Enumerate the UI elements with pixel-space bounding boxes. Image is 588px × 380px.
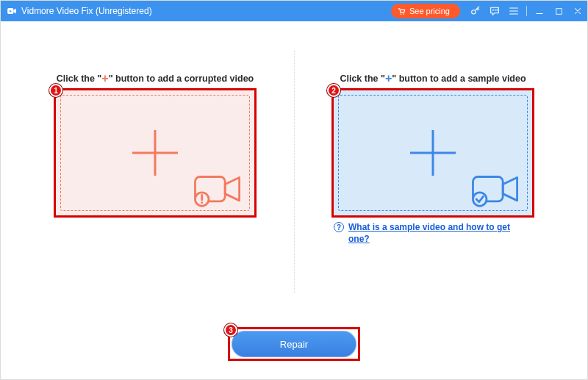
instruction-pre: Click the " <box>57 74 102 84</box>
annotation-1-wrap: 1 <box>56 90 254 215</box>
svg-point-5 <box>495 10 495 10</box>
key-icon <box>470 5 481 17</box>
help-row: ? What is a sample video and how to get … <box>334 221 532 245</box>
app-window: Vidmore Video Fix (Unregistered) See pri… <box>0 0 588 380</box>
feedback-button[interactable] <box>485 1 504 21</box>
svg-point-2 <box>403 13 404 15</box>
see-pricing-button[interactable]: See pricing <box>391 4 460 18</box>
repair-button[interactable]: Repair <box>232 331 356 357</box>
help-question-icon: ? <box>334 222 344 232</box>
menu-icon <box>508 5 520 17</box>
annotation-2-wrap: 2 <box>334 90 532 215</box>
close-button[interactable] <box>568 1 587 21</box>
svg-point-10 <box>201 201 203 204</box>
main-area: Click the "+" button to add a corrupted … <box>1 21 587 309</box>
see-pricing-label: See pricing <box>409 7 450 15</box>
footer: 3 Repair <box>1 309 587 379</box>
menu-button[interactable] <box>504 1 523 21</box>
close-icon <box>573 6 583 16</box>
titlebar-separator <box>526 6 527 16</box>
sample-video-pane: Click the "+" button to add a sample vid… <box>322 71 544 309</box>
instruction-post: " button to add a corrupted video <box>109 74 254 84</box>
dropzone-inner <box>338 95 528 211</box>
chat-icon <box>489 5 501 17</box>
vertical-divider <box>294 51 295 293</box>
broken-camera-icon <box>190 172 245 209</box>
register-key-button[interactable] <box>466 1 485 21</box>
add-corrupted-video-dropzone[interactable] <box>56 90 254 215</box>
plus-icon <box>132 130 178 176</box>
plus-icon <box>410 130 456 176</box>
maximize-icon <box>554 7 564 16</box>
svg-point-6 <box>497 10 498 10</box>
maximize-button[interactable] <box>549 1 568 21</box>
svg-point-12 <box>473 193 487 207</box>
instruction-post: " button to add a sample video <box>392 74 526 84</box>
svg-point-1 <box>401 13 402 15</box>
annotation-1-badge: 1 <box>49 84 62 97</box>
corrupted-video-pane: Click the "+" button to add a corrupted … <box>44 71 266 309</box>
sample-video-help-link[interactable]: What is a sample video and how to get on… <box>348 221 532 245</box>
cart-icon <box>397 7 406 16</box>
plus-glyph: + <box>101 72 108 85</box>
add-sample-video-dropzone[interactable] <box>334 90 532 215</box>
sample-camera-icon <box>468 172 523 209</box>
annotation-3-wrap: 3 Repair <box>232 331 356 357</box>
corrupted-instruction: Click the "+" button to add a corrupted … <box>57 71 254 85</box>
app-title: Vidmore Video Fix (Unregistered) <box>21 6 152 16</box>
plus-glyph: + <box>385 72 392 85</box>
annotation-2-badge: 2 <box>327 84 340 97</box>
annotation-3-badge: 3 <box>224 323 237 337</box>
app-logo-icon <box>7 6 17 16</box>
minimize-button[interactable] <box>530 1 549 21</box>
title-bar: Vidmore Video Fix (Unregistered) See pri… <box>1 1 587 21</box>
dropzone-inner <box>60 95 250 211</box>
svg-point-4 <box>492 10 493 10</box>
sample-instruction: Click the "+" button to add a sample vid… <box>340 71 526 85</box>
instruction-pre: Click the " <box>340 74 385 84</box>
svg-rect-7 <box>556 8 562 14</box>
minimize-icon <box>534 6 545 16</box>
